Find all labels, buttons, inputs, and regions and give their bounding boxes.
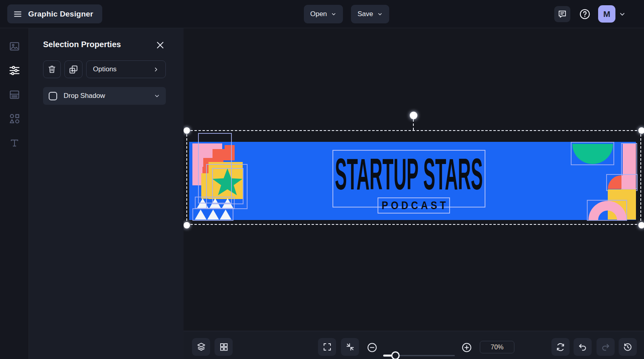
chevron-right-icon [153, 66, 159, 73]
canvas-toolbar: 70% [184, 331, 644, 359]
rail-item-text[interactable] [0, 132, 29, 154]
duplicate-button[interactable] [64, 60, 83, 78]
delete-button[interactable] [43, 60, 61, 78]
panel-title: Selection Properties [43, 40, 121, 49]
open-label: Open [310, 10, 327, 18]
avatar[interactable]: M [598, 5, 615, 23]
page-layout-icon [8, 89, 21, 100]
rail-item-shapes[interactable] [0, 108, 29, 130]
zoom-slider-thumb[interactable] [391, 351, 400, 359]
app-title: Graphic Designer [28, 10, 93, 19]
help-icon [579, 8, 591, 20]
feedback-button[interactable] [554, 6, 570, 22]
duplicate-icon [68, 64, 78, 75]
layers-icon [196, 342, 206, 352]
avatar-initial: M [603, 9, 611, 19]
resize-handle-top-left[interactable] [184, 127, 190, 134]
banner-subtitle-group[interactable]: PODCAST [378, 197, 450, 214]
app-menu-chip[interactable]: Graphic Designer [7, 4, 102, 23]
sliders-icon [8, 64, 21, 77]
rail-item-pages[interactable] [0, 83, 29, 106]
drop-shadow-row[interactable]: Drop Shadow [43, 87, 166, 105]
save-label: Save [357, 10, 373, 18]
reset-view-button[interactable] [551, 338, 570, 356]
group-outline [195, 197, 235, 209]
design-canvas[interactable]: STARTUP STARS PODCAST [184, 28, 644, 359]
text-icon [9, 137, 20, 149]
trash-icon [47, 64, 57, 74]
save-button[interactable]: Save [351, 5, 389, 23]
help-button[interactable] [577, 6, 592, 22]
history-button[interactable] [619, 338, 637, 356]
zoom-in-icon[interactable] [461, 342, 472, 353]
resize-handle-top-right[interactable] [638, 127, 644, 134]
reset-icon [555, 342, 566, 352]
banner-artwork[interactable]: STARTUP STARS PODCAST [189, 142, 636, 220]
close-icon[interactable] [155, 40, 165, 50]
undo-icon [578, 342, 588, 352]
grid-icon [219, 342, 229, 352]
zoom-level-value: 70% [491, 344, 504, 351]
resize-handle-bottom-right[interactable] [638, 222, 644, 228]
chevron-down-icon [331, 11, 336, 17]
group-outline [192, 208, 233, 221]
zoom-level-field[interactable]: 70% [480, 341, 514, 353]
resize-handle-bottom-left[interactable] [184, 222, 190, 228]
fullscreen-button[interactable] [318, 338, 336, 356]
drop-shadow-checkbox[interactable] [49, 92, 57, 100]
layers-button[interactable] [192, 338, 210, 356]
top-bar: Graphic Designer Open Save M [0, 0, 644, 28]
tool-rail [0, 28, 29, 359]
grid-view-button[interactable] [215, 338, 233, 356]
rotation-handle-stem [413, 119, 414, 130]
group-outline [606, 174, 638, 191]
fullscreen-icon [322, 342, 332, 352]
banner-title-group[interactable]: STARTUP STARS [332, 150, 485, 198]
drop-shadow-label: Drop Shadow [64, 92, 147, 100]
rail-item-images[interactable] [0, 35, 29, 58]
chevron-down-icon[interactable] [154, 93, 160, 99]
app-window: Graphic Designer Open Save M [0, 0, 644, 359]
options-button[interactable]: Options [86, 60, 166, 78]
rail-item-selection-properties[interactable] [0, 59, 29, 82]
options-label: Options [93, 65, 117, 73]
image-icon [8, 41, 21, 52]
redo-icon [601, 342, 611, 352]
rotation-handle[interactable] [410, 112, 417, 119]
redo-button[interactable] [597, 338, 615, 356]
selection-properties-panel: Selection Properties Options Drop Shadow [29, 28, 184, 359]
group-outline [587, 200, 627, 221]
menu-icon[interactable] [13, 9, 23, 19]
group-outline [571, 142, 614, 165]
account-chevron-down-icon[interactable] [619, 10, 626, 18]
undo-button[interactable] [574, 338, 592, 356]
fit-to-screen-button[interactable] [341, 338, 359, 356]
fit-screen-icon [345, 342, 355, 352]
history-icon [623, 342, 633, 352]
banner-title: STARTUP STARS [335, 149, 483, 199]
shapes-icon [8, 113, 21, 125]
comment-icon [557, 9, 567, 19]
open-button[interactable]: Open [304, 5, 343, 23]
banner-subtitle: PODCAST [382, 199, 448, 212]
chevron-down-icon [377, 11, 383, 17]
zoom-out-icon[interactable] [367, 342, 378, 353]
